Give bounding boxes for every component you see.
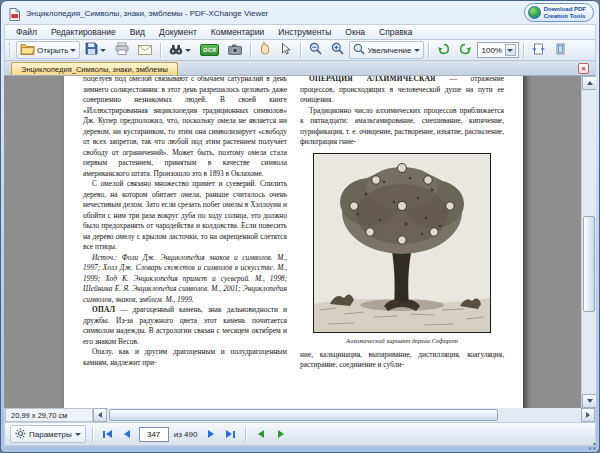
horizontal-scroll-row: 20,99 x 29,70 см xyxy=(4,408,596,422)
document-tab[interactable]: Энциклопедия_Символы, знаки, эмблемы xyxy=(11,62,178,75)
prev-view-icon xyxy=(258,430,264,438)
pdf-page[interactable]: поцелуев под омелой связывают с обычаем … xyxy=(64,76,523,408)
rotate-ccw-button[interactable] xyxy=(433,41,454,59)
rotate-cw-button[interactable] xyxy=(455,41,476,59)
paragraph: поцелуев под омелой связывают с обычаем … xyxy=(83,76,287,179)
scroll-left-button[interactable] xyxy=(93,408,107,422)
menu-file[interactable]: Файл xyxy=(9,25,44,39)
resize-grip[interactable] xyxy=(585,439,597,451)
save-icon xyxy=(85,41,98,59)
page-right-column: ОПЕРАЦИЯ АЛХИМИЧЕСКАЯ — отражение процес… xyxy=(300,76,504,408)
menu-help[interactable]: Справка xyxy=(372,25,419,39)
zoom-dropdown-label: Увеличение xyxy=(367,46,411,55)
menu-windows[interactable]: Окна xyxy=(338,25,372,39)
app-window: Энциклопедия_Символы, знаки, эмблемы - P… xyxy=(0,0,600,453)
combo-dropdown-button[interactable] xyxy=(505,44,516,56)
toolbar-grip[interactable] xyxy=(9,43,12,57)
hand-tool-button[interactable] xyxy=(255,41,275,59)
gear-icon xyxy=(15,428,26,441)
toolbar-separator xyxy=(250,43,251,58)
scroll-up-button[interactable] xyxy=(582,76,596,90)
zoom-dropdown-button[interactable]: Увеличение xyxy=(349,41,423,59)
scroll-down-button[interactable] xyxy=(582,394,596,408)
chevron-down-icon xyxy=(185,49,191,52)
rotate-cw-icon xyxy=(459,41,472,59)
open-folder-icon xyxy=(20,41,35,59)
vertical-scrollbar[interactable] xyxy=(581,76,596,408)
select-arrow-icon xyxy=(281,41,291,59)
operation-headword: ОПЕРАЦИЯ АЛХИМИЧЕСКАЯ xyxy=(309,76,436,83)
scroll-left-icon xyxy=(98,412,102,418)
toolbar-separator xyxy=(160,43,161,58)
zoom-percent-combo[interactable]: 100% xyxy=(477,42,519,58)
vertical-scroll-thumb[interactable] xyxy=(583,216,595,312)
chevron-down-icon xyxy=(507,49,513,52)
zoom-in-button[interactable] xyxy=(327,41,348,59)
scroll-down-icon xyxy=(587,399,593,403)
status-bar: Параметры из 490 xyxy=(4,422,596,446)
search-button[interactable] xyxy=(165,41,195,59)
last-page-button[interactable] xyxy=(222,426,239,442)
download-tools-button[interactable]: Download PDF Creation Tools xyxy=(524,3,594,22)
fit-width-icon xyxy=(532,41,545,59)
promo-line2: Creation Tools xyxy=(544,13,586,20)
fit-width-button[interactable] xyxy=(528,41,549,59)
zoom-out-button[interactable] xyxy=(305,41,326,59)
statusbar-separator xyxy=(245,427,246,442)
menu-edit[interactable]: Редактирование xyxy=(44,25,123,39)
statusbar-separator xyxy=(92,427,93,442)
print-button[interactable] xyxy=(111,41,133,59)
chevron-down-icon xyxy=(100,49,106,52)
save-button[interactable] xyxy=(81,41,110,59)
snapshot-button[interactable] xyxy=(224,41,246,59)
options-button[interactable]: Параметры xyxy=(10,425,86,443)
ocr-button[interactable]: OCR xyxy=(196,41,223,59)
open-button[interactable]: Открыть xyxy=(16,41,80,59)
zoom-in-icon xyxy=(331,41,344,59)
opal-headword: ОПАЛ xyxy=(92,305,115,314)
email-icon xyxy=(138,41,152,59)
document-tab-label: Энциклопедия_Символы, знаки, эмблемы xyxy=(21,65,168,74)
close-document-button[interactable]: × xyxy=(578,63,589,74)
document-viewport[interactable]: поцелуев под омелой связывают с обычаем … xyxy=(4,76,596,408)
menu-tools[interactable]: Инструменты xyxy=(271,25,338,39)
title-bar[interactable]: Энциклопедия_Символы, знаки, эмблемы - P… xyxy=(1,1,599,24)
next-view-icon xyxy=(278,430,284,438)
open-button-label: Открыть xyxy=(37,46,68,55)
horizontal-scroll-thumb[interactable] xyxy=(109,409,498,421)
opal-paragraph: ОПАЛ — драгоценный камень, знак дальнови… xyxy=(83,305,287,347)
scroll-right-button[interactable] xyxy=(581,408,595,422)
scroll-up-icon xyxy=(587,81,593,85)
paragraph: ние, кальцинация, выпаривание, дистилляц… xyxy=(300,350,504,371)
zoom-percent-value: 100% xyxy=(482,46,502,55)
prev-page-icon xyxy=(124,430,130,438)
page-number-input[interactable] xyxy=(139,427,169,442)
sources-paragraph: Источ.: Фоли Дж. Энциклопедия знаков и с… xyxy=(83,253,287,306)
first-page-button[interactable] xyxy=(99,426,116,442)
page-size-text: 20,99 x 29,70 см xyxy=(11,411,67,420)
toolbar-separator xyxy=(428,43,429,58)
last-page-icon xyxy=(226,430,232,438)
menu-document[interactable]: Документ xyxy=(152,25,204,39)
horizontal-scroll-track[interactable] xyxy=(107,408,581,422)
next-page-icon xyxy=(208,430,214,438)
page-total-label: из 490 xyxy=(172,430,200,439)
menu-comments[interactable]: Комментарии xyxy=(204,25,272,39)
alchemical-tree-image xyxy=(313,153,491,333)
menu-view[interactable]: Вид xyxy=(123,25,152,39)
email-button[interactable] xyxy=(134,41,156,59)
prev-page-button[interactable] xyxy=(119,426,136,442)
previous-view-button[interactable] xyxy=(252,426,269,442)
chevron-down-icon xyxy=(75,433,81,436)
image-caption: Алхимический вариант дерева Сефирот xyxy=(300,336,504,345)
toolbar-separator xyxy=(300,43,301,58)
first-page-icon xyxy=(103,431,105,438)
hand-tool-icon xyxy=(259,41,271,59)
fit-page-button[interactable] xyxy=(550,41,571,59)
zoom-magnifier-icon xyxy=(353,41,365,59)
select-tool-button[interactable] xyxy=(276,41,296,59)
next-page-button[interactable] xyxy=(202,426,219,442)
next-view-button[interactable] xyxy=(272,426,289,442)
last-page-icon xyxy=(233,431,235,438)
ocr-icon: OCR xyxy=(200,44,219,56)
